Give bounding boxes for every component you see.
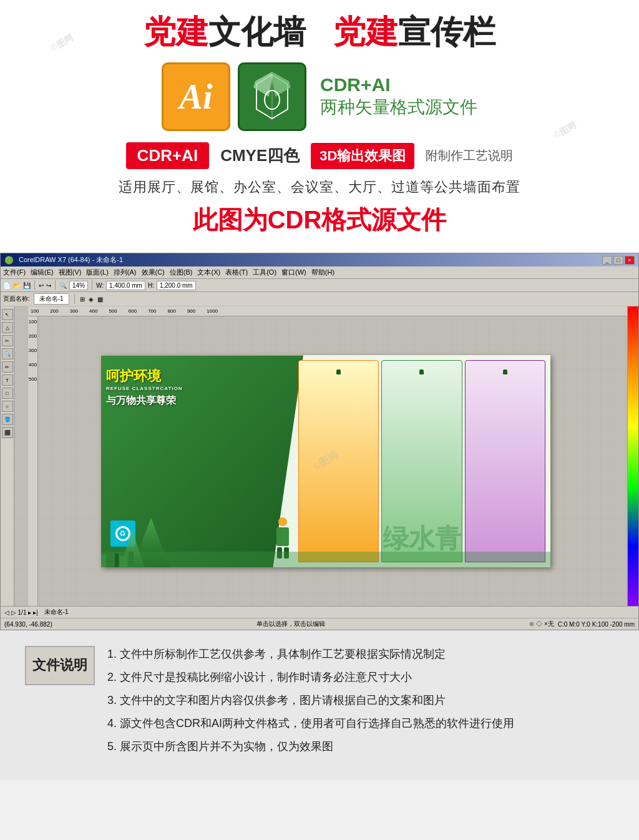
cdr-color-palette[interactable] [627, 306, 638, 606]
tool-ellipse[interactable]: ○ [2, 401, 13, 412]
notes-section: 文件说明 1. 文件中所标制作工艺仅供参考，具体制作工艺要根据实际情况制定 2.… [0, 630, 639, 780]
title-red1: 党建 [144, 14, 208, 50]
tool-shape[interactable]: △ [2, 322, 13, 333]
maximize-button[interactable]: □ [613, 256, 623, 265]
vertical-panels: 我行绿水青山就是金山银山 我行绿水青山就是金山银山 我行绿水青山就是金山银山 绿… [298, 360, 545, 562]
note-item-5: 5. 展示页中所含图片并不为实物，仅为效果图 [107, 738, 614, 755]
title-red2: 党建 [333, 14, 398, 50]
menu-effects[interactable]: 效果(C) [142, 268, 165, 277]
tb-sep-2 [55, 280, 56, 290]
ruler-left: 100200300400500 [28, 316, 38, 606]
note-item-1: 1. 文件中所标制作工艺仅供参考，具体制作工艺要根据实际情况制定 [107, 646, 614, 663]
badge-cmye: CMYE四色 [220, 145, 300, 167]
buildings [101, 552, 550, 567]
notes-list: 1. 文件中所标制作工艺仅供参考，具体制作工艺要根据实际情况制定 2. 文件尺寸… [107, 646, 614, 761]
menu-edit[interactable]: 编辑(E) [31, 268, 54, 277]
b4 [120, 556, 127, 567]
cdr-menubar: 文件(F) 编辑(E) 视图(V) 版面(L) 排列(A) 效果(C) 位图(B… [1, 266, 638, 279]
cdr-toolbox: ↖ △ ✂ 🔍 ✏ T □ ○ 🪣 ⬛ [1, 306, 14, 606]
tool-pen[interactable]: ✏ [2, 361, 13, 373]
big-overlay-text: 绿水青 [383, 521, 461, 556]
close-button[interactable]: × [625, 256, 635, 265]
menu-bitmap[interactable]: 位图(B) [170, 268, 193, 277]
icons-row: Ai CDR+AI 两种矢量格式源文件 [25, 62, 614, 131]
tb-redo[interactable]: ↪ [46, 282, 51, 289]
tb2-grid[interactable]: ⊞ [80, 296, 85, 303]
tool-rect[interactable]: □ [2, 388, 13, 399]
b2 [107, 558, 114, 567]
tb-open[interactable]: 📂 [13, 282, 21, 289]
menu-file[interactable]: 文件(F) [3, 268, 26, 277]
badge-cdr-ai: CDR+AI [126, 142, 210, 169]
ai-label: Ai [180, 77, 213, 117]
design-subtitle-en: REFUSE CLASSTRCATION [106, 386, 183, 392]
tb2-page-name: 未命名-1 [34, 293, 69, 305]
tb2-guides[interactable]: ▦ [97, 296, 103, 303]
format-line2: 两种矢量格式源文件 [320, 95, 477, 119]
top-section: ©图网 ©图网 党建文化墙 党建宣传栏 Ai CDR+AI [0, 0, 639, 253]
b3 [115, 554, 119, 567]
note-item-2: 2. 文件尺寸是投稿比例缩小设计，制作时请务必注意尺寸大小 [107, 669, 614, 686]
design-title1: 呵护环境 [106, 368, 183, 386]
cdr-source-title: 此图为CDR格式源文件 [25, 203, 614, 237]
tb-height: 1,200.0 mm [157, 281, 196, 290]
menu-view[interactable]: 视图(V) [59, 268, 82, 277]
v-panel-3: 我行绿水青山就是金山银山 [465, 360, 545, 562]
ruler-top: 1002003004005006007008009001000 [28, 306, 627, 316]
menu-text[interactable]: 文本(X) [197, 268, 220, 277]
menu-window[interactable]: 窗口(W) [281, 268, 306, 277]
badge-note: 附制作工艺说明 [426, 147, 513, 164]
minimize-button[interactable]: _ [602, 256, 612, 265]
cdr-titlebar-left: 🟢 CorelDRAW X7 (64-84) - 未命名-1 [4, 255, 123, 265]
badges-row: CDR+AI CMYE四色 3D输出效果图 附制作工艺说明 [25, 142, 614, 169]
menu-tools[interactable]: 工具(O) [253, 268, 276, 277]
cdr-window: 🟢 CorelDRAW X7 (64-84) - 未命名-1 _ □ × 文件(… [0, 253, 639, 630]
menu-layout[interactable]: 版面(L) [86, 268, 108, 277]
menu-arrange[interactable]: 排列(A) [114, 268, 137, 277]
snap-indicator: ⊙ ◇ ×无 [529, 620, 554, 628]
tb2-sep [74, 294, 75, 304]
color-mode: C:0 M:0 Y:0 K:100 -200 mm [558, 621, 635, 628]
subtitle: 适用展厅、展馆、办公室、会议室、大厅、过道等公共墙面布置 [25, 178, 614, 197]
b1 [101, 555, 106, 567]
tb-width: 1,400.0 mm [106, 281, 145, 290]
cdr-statusbar: (64.930, -46.882) 单击以选择，双击以编辑 ⊙ ◇ ×无 C:0… [1, 618, 638, 630]
format-text: CDR+AI 两种矢量格式源文件 [320, 74, 477, 119]
tb-h-label: H: [148, 282, 154, 289]
tb2-page-label: 页面名称: [3, 295, 30, 303]
title-space [315, 14, 324, 50]
menu-table[interactable]: 表格(T) [225, 268, 248, 277]
tool-zoom[interactable]: 🔍 [2, 348, 13, 359]
note-item-3: 3. 文件中的文字和图片内容仅供参考，图片请根据自己的文案和图片 [107, 692, 614, 709]
b5 [129, 552, 134, 567]
menu-help[interactable]: 帮助(H) [311, 268, 334, 277]
tb-sep-3 [92, 280, 92, 290]
tb-save[interactable]: 💾 [23, 282, 31, 289]
tool-fill[interactable]: 🪣 [2, 414, 13, 425]
cdr-toolbar-2: 页面名称: 未命名-1 ⊞ ◈ ▦ [1, 292, 638, 306]
design-main-text: 呵护环境 REFUSE CLASSTRCATION 与万物共享尊荣 [106, 368, 183, 408]
person-body [276, 527, 289, 546]
coords: (64.930, -46.882) [4, 621, 52, 628]
statusbar-left: (64.930, -46.882) [4, 621, 52, 628]
tb2-snap[interactable]: ◈ [89, 296, 94, 303]
cdr-icon [238, 62, 306, 131]
cdr-canvas-main: ↖ △ ✂ 🔍 ✏ T □ ○ 🪣 ⬛ 10020030040050060070… [1, 306, 638, 606]
cdr-titlebar: 🟢 CorelDRAW X7 (64-84) - 未命名-1 _ □ × [1, 253, 638, 266]
tb-zoom[interactable]: 🔍 [59, 282, 67, 289]
tool-crop[interactable]: ✂ [2, 335, 13, 346]
tb-zoom-level: 14% [69, 281, 88, 290]
design-artwork: 呵护环境 REFUSE CLASSTRCATION 与万物共享尊荣 ♻ [101, 355, 550, 567]
cdr-window-title: CorelDRAW X7 (64-84) - 未命名-1 [19, 255, 123, 265]
tb-undo[interactable]: ↩ [39, 282, 44, 289]
v-panel-1: 我行绿水青山就是金山银山 [298, 360, 379, 562]
notes-label: 文件说明 [25, 646, 95, 685]
title-black1: 文化墙 [208, 14, 306, 50]
statusbar-center: 单击以选择，双击以编辑 [256, 620, 325, 628]
tb-new[interactable]: 📄 [3, 282, 11, 289]
tool-color[interactable]: ⬛ [2, 427, 13, 438]
ai-icon: Ai [162, 62, 230, 131]
tool-select[interactable]: ↖ [2, 309, 13, 320]
city-silhouette [101, 552, 550, 567]
tool-text[interactable]: T [2, 374, 13, 386]
